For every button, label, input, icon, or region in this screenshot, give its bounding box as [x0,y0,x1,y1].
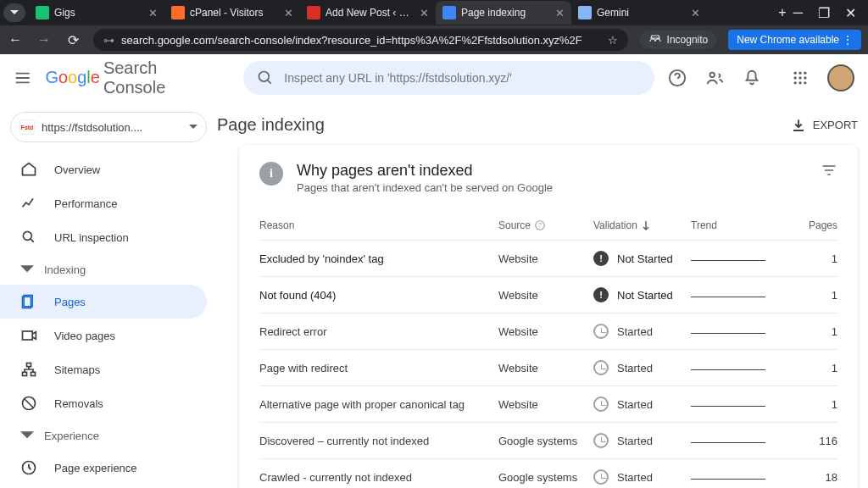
export-button[interactable]: EXPORT [791,118,858,133]
col-pages[interactable]: Pages [765,219,837,231]
cell-reason: Redirect error [259,325,498,338]
nav-item-sitemaps[interactable]: Sitemaps [0,352,207,386]
table-row[interactable]: Page with redirect Website Started 1 [259,349,837,385]
incognito-badge[interactable]: Incognito [640,30,717,49]
cell-source: Website [498,362,593,374]
browser-tab[interactable]: Gigs✕ [29,1,164,25]
svg-rect-18 [31,372,36,375]
cell-pages: 1 [791,252,837,265]
svg-point-9 [794,81,797,84]
why-not-indexed-card: i Why pages aren't indexed Pages that ar… [239,145,858,488]
tab-close-icon[interactable]: ✕ [148,7,158,19]
url-inspect-search[interactable] [243,61,654,95]
chevron-down-icon [189,125,198,130]
tab-close-icon[interactable]: ✕ [555,7,565,19]
window-maximize[interactable]: ❐ [818,5,830,21]
site-info-icon[interactable]: ⊶ [103,34,114,47]
nav-label: Performance [54,197,117,210]
nav-item-pages[interactable]: Pages [0,285,207,319]
svg-rect-17 [23,372,27,375]
url-text: search.google.com/search-console/index?r… [121,34,601,47]
warning-icon: ! [593,251,609,266]
sort-down-icon [641,220,651,230]
nav-icon [20,459,37,476]
bookmark-icon[interactable]: ☆ [608,34,618,47]
tab-dropdown[interactable] [3,3,25,22]
tab-close-icon[interactable]: ✕ [691,7,700,19]
table-row[interactable]: Alternative page with proper canonical t… [259,385,837,422]
nav-icon [20,361,37,378]
table-row[interactable]: Discovered – currently not indexed Googl… [259,422,837,458]
product-logo[interactable]: Google Search Console [45,58,204,97]
hamburger-icon[interactable] [14,68,31,88]
col-trend[interactable]: Trend [691,219,765,231]
filter-icon[interactable] [821,162,837,179]
warning-icon: ! [593,287,609,302]
nav-item-url-inspection[interactable]: URL inspection [0,220,207,254]
cell-validation: Started [593,396,691,412]
tab-close-icon[interactable]: ✕ [284,7,293,19]
apps-icon[interactable] [792,69,809,86]
cell-source: Website [498,252,593,265]
cell-validation: !Not Started [593,287,691,302]
help-icon[interactable] [668,69,687,87]
nav-item-core-web-vitals[interactable]: Core web vitals [0,485,207,488]
nav-icon [20,161,37,178]
cell-source: Website [498,289,593,302]
cell-trend [691,260,765,261]
nav-section-indexing[interactable]: Indexing [0,254,217,285]
table-row[interactable]: Crawled - currently not indexed Google s… [259,458,837,488]
tab-title: Add New Post ‹ Fstd Solutio [326,7,415,19]
nav-label: URL inspection [54,231,129,244]
table-row[interactable]: Excluded by 'noindex' tag Website !Not S… [259,240,837,276]
cell-trend [691,297,765,297]
page-title: Page indexing [217,115,325,135]
nav-item-page-experience[interactable]: Page experience [0,451,207,485]
svg-point-8 [804,76,806,79]
property-selector[interactable]: Fstd https://fstdsolution.... [10,112,207,142]
nav-section-experience[interactable]: Experience [0,420,217,451]
search-input[interactable] [284,71,641,85]
tab-close-icon[interactable]: ✕ [420,7,429,19]
col-source[interactable]: Source? [498,219,593,231]
window-close[interactable]: ✕ [845,5,856,21]
tab-title: Page indexing [461,7,550,19]
nav-item-overview[interactable]: Overview [0,152,207,186]
bell-icon[interactable] [743,69,761,87]
nav-item-performance[interactable]: Performance [0,186,207,220]
browser-tab[interactable]: Page indexing✕ [436,1,571,25]
nav-label: Overview [54,164,100,176]
card-subtitle: Pages that aren't indexed can't be serve… [297,181,553,194]
nav-label: Removals [54,397,103,410]
window-minimize[interactable]: ─ [793,5,803,21]
table-row[interactable]: Redirect error Website Started 1 [259,313,837,349]
chrome-update-button[interactable]: New Chrome available ⋮ [728,30,861,50]
tab-title: Gigs [54,7,143,19]
browser-tab[interactable]: Gemini✕ [571,1,707,25]
nav-icon [20,195,37,212]
nav-label: Page experience [54,462,137,474]
browser-tab[interactable]: Add New Post ‹ Fstd Solutio✕ [300,1,436,25]
col-reason[interactable]: Reason [259,219,498,231]
new-tab-button[interactable]: + [771,5,793,20]
svg-point-10 [798,81,801,84]
incognito-icon [648,35,662,45]
svg-point-11 [804,81,806,84]
table-row[interactable]: Not found (404) Website !Not Started 1 [259,276,837,313]
browser-toolbar: ← → ⟳ ⊶ search.google.com/search-console… [0,25,868,54]
address-bar[interactable]: ⊶ search.google.com/search-console/index… [93,29,628,51]
reload-button[interactable]: ⟳ [64,32,81,48]
back-button[interactable]: ← [7,32,24,47]
svg-point-4 [798,71,801,74]
svg-point-7 [798,76,801,79]
svg-rect-16 [27,363,31,367]
browser-tab[interactable]: cPanel - Visitors✕ [164,1,300,25]
cell-pages: 1 [791,398,837,411]
nav-item-video-pages[interactable]: Video pages [0,319,207,352]
google-logo: Google [45,68,100,87]
forward-button[interactable]: → [36,32,53,47]
col-validation[interactable]: Validation [593,219,691,231]
users-icon[interactable] [705,69,724,87]
avatar[interactable] [827,64,854,92]
nav-item-removals[interactable]: Removals [0,386,207,420]
